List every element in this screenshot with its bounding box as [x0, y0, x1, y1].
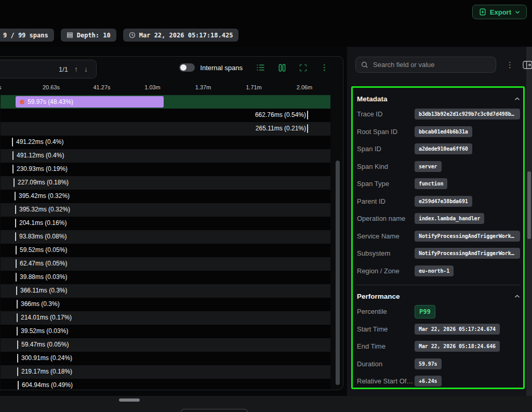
span-row[interactable]: 93.83ms (0.08%)	[1, 230, 330, 244]
axis-tick: 1.71m	[246, 84, 262, 90]
span-row[interactable]: 39.52ms (0.03%)	[1, 325, 330, 338]
span-rows: 59.97s (48.43%)662.76ms (0.54%)265.11ms …	[1, 95, 330, 390]
span-row[interactable]: 662.76ms (0.54%)	[1, 109, 330, 122]
span-duration-label: 204.1ms (0.16%)	[19, 219, 66, 227]
span-duration-label: 395.32ms (0.32%)	[19, 206, 70, 213]
span-duration-label: 366ms (0.3%)	[21, 300, 60, 308]
collapse-panel-icon[interactable]	[523, 61, 532, 69]
span-row[interactable]: 604.94ms (0.49%)	[1, 379, 330, 390]
search-match-pager[interactable]: 1/1 ↑ ↓	[0, 60, 97, 78]
list-view-icon[interactable]	[256, 64, 265, 71]
span-duration-label: 230.93ms (0.19%)	[17, 165, 68, 172]
internal-spans-toggle[interactable]	[179, 63, 195, 72]
field-row: Operation nameindex.lambda_handler	[357, 210, 520, 228]
field-label: Span ID	[357, 145, 415, 153]
span-mini-bar	[17, 354, 18, 363]
field-value-chip: P99	[415, 305, 435, 318]
bottom-strip	[0, 396, 532, 412]
field-row: Span IDa2dede910ea6ff60	[357, 140, 520, 158]
field-value-chip: +6.24s	[415, 376, 442, 387]
field-value-chip: index.lambda_handler	[415, 213, 484, 224]
selected-span-details: Metadata Trace IDb3db13b92e2d1c929b7c3c0…	[351, 86, 525, 389]
field-row: Root Span IDbbcab01ed4b6b31a	[357, 123, 520, 141]
performance-fields: PercentileP99Start TimeMar 22, 2026 05:1…	[357, 303, 520, 389]
span-mini-bar	[15, 192, 16, 201]
span-row[interactable]: 366.11ms (0.3%)	[1, 284, 330, 298]
span-row[interactable]: 204.1ms (0.16%)	[1, 217, 330, 230]
field-value-chip: NotifyProcessingAndTriggerWorkflo…	[415, 248, 520, 259]
time-axis: s20.63s41.27s1.03m1.37m1.71m2.06m	[1, 83, 330, 95]
resize-handle[interactable]	[119, 398, 140, 402]
span-mini-bar	[15, 219, 16, 228]
pager-next-icon[interactable]: ↓	[84, 65, 88, 73]
internal-spans-label: Internal spans	[200, 64, 243, 72]
axis-tick: 1.03m	[144, 84, 161, 90]
metadata-section-header[interactable]: Metadata	[357, 92, 520, 105]
columns-view-icon[interactable]	[278, 64, 286, 72]
spans-count-chip: 9 / 99 spans	[0, 29, 54, 42]
export-label: Export	[490, 8, 511, 16]
span-duration-label: 300.91ms (0.24%)	[21, 354, 72, 362]
span-row[interactable]: 39.88ms (0.03%)	[1, 271, 330, 284]
span-row[interactable]: 300.91ms (0.24%)	[1, 352, 330, 365]
field-row: End TimeMar 22, 2026 05:18:24.646	[357, 338, 520, 355]
field-row: Trace IDb3db13b92e2d1c929b7c3c0d7d498b90	[357, 105, 520, 123]
bottom-popup-partial	[181, 409, 248, 412]
chevron-up-icon[interactable]	[514, 295, 520, 298]
pager-prev-icon[interactable]: ↑	[74, 65, 78, 73]
field-value-chip: 59.97s	[415, 358, 442, 369]
span-duration-label: 214.01ms (0.17%)	[21, 314, 72, 321]
field-row: Service NameNotifyProcessingAndTriggerWo…	[357, 228, 520, 245]
chevron-up-icon[interactable]	[514, 97, 520, 101]
waterfall-scrollbar[interactable]	[336, 161, 340, 385]
axis-tick: 1.37m	[195, 84, 211, 90]
span-row[interactable]: 366ms (0.3%)	[1, 298, 330, 311]
span-mini-bar	[17, 367, 18, 376]
depth-chip: Depth: 10	[61, 29, 116, 42]
field-row: SubsystemNotifyProcessingAndTriggerWorkf…	[357, 245, 520, 262]
axis-tick: 2.06m	[297, 84, 313, 90]
span-row[interactable]: 214.01ms (0.17%)	[1, 311, 330, 325]
search-field[interactable]	[355, 57, 496, 73]
selected-span-bar[interactable]: 59.97s (48.43%)	[16, 96, 164, 108]
span-duration-label: 491.12ms (0.4%)	[17, 152, 64, 159]
performance-title: Performance	[357, 293, 400, 300]
span-row[interactable]: 395.42ms (0.32%)	[1, 190, 330, 203]
span-mini-bar	[12, 151, 14, 160]
span-row[interactable]: 59.97s (48.43%)	[1, 95, 330, 109]
span-row[interactable]: 227.09ms (0.18%)	[1, 176, 330, 190]
span-duration-label: 59.47ms (0.05%)	[21, 341, 69, 348]
search-input[interactable]	[373, 61, 490, 69]
inspector-kebab-icon[interactable]: ⋮	[506, 60, 514, 70]
span-duration-label: 59.97s (48.43%)	[28, 98, 73, 105]
span-row[interactable]: 491.12ms (0.4%)	[1, 149, 330, 163]
field-value-chip: a2dede910ea6ff60	[415, 143, 472, 154]
export-button[interactable]: Export	[472, 5, 527, 19]
performance-section-header[interactable]: Performance	[357, 289, 520, 303]
span-mini-bar	[12, 165, 14, 174]
span-mini-bar	[12, 138, 13, 147]
section-performance: Performance PercentileP99Start TimeMar 2…	[357, 289, 520, 389]
depth-label: Depth: 10	[77, 32, 111, 39]
span-row[interactable]: 230.93ms (0.19%)	[1, 163, 330, 176]
kebab-menu-icon[interactable]: ⋮	[321, 63, 328, 72]
metadata-title: Metadata	[357, 95, 388, 103]
span-row[interactable]: 265.11ms (0.21%)	[1, 122, 330, 136]
field-value-chip: Mar 22, 2026 05:17:24.674	[415, 324, 500, 335]
span-row[interactable]: 491.22ms (0.4%)	[1, 136, 330, 149]
span-mini-bar	[16, 286, 17, 295]
field-value-chip: bbcab01ed4b6b31a	[415, 126, 472, 137]
metadata-fields: Trace IDb3db13b92e2d1c929b7c3c0d7d498b90…	[357, 105, 520, 280]
span-row[interactable]: 219.17ms (0.18%)	[1, 365, 330, 379]
span-row[interactable]: 59.47ms (0.05%)	[1, 338, 330, 352]
span-duration-label: 62.47ms (0.05%)	[20, 260, 67, 267]
field-row: PercentileP99	[357, 303, 520, 321]
fullscreen-icon[interactable]	[299, 64, 307, 72]
span-row[interactable]: 59.52ms (0.05%)	[1, 244, 330, 257]
inspector-scrollbar[interactable]	[527, 171, 531, 239]
export-icon	[479, 8, 486, 16]
span-mini-bar	[18, 381, 19, 390]
field-label: Parent ID	[357, 197, 415, 205]
span-row[interactable]: 395.32ms (0.32%)	[1, 203, 330, 217]
span-row[interactable]: 62.47ms (0.05%)	[1, 257, 330, 271]
